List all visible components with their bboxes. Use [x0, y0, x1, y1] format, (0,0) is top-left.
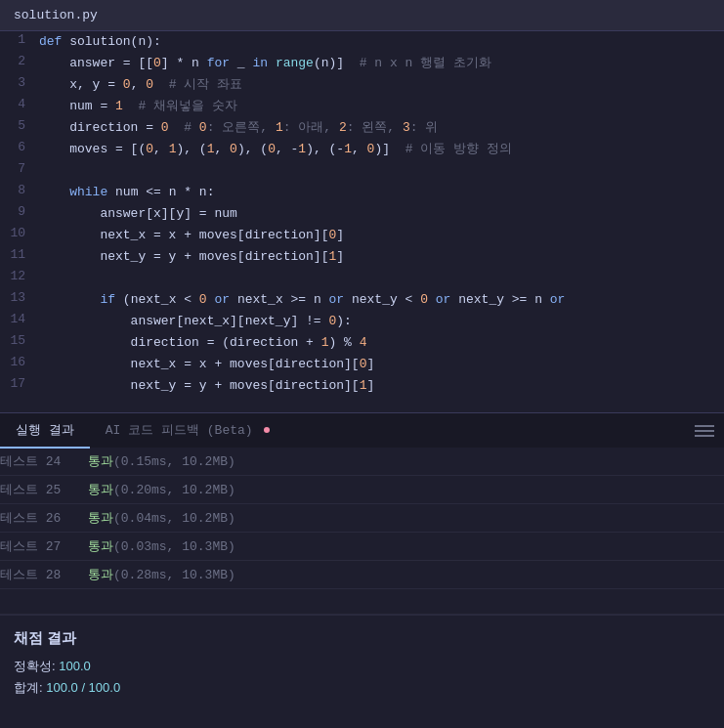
result-row: 테스트 28통과 (0.28ms, 10.3MB) — [0, 561, 724, 589]
line-number: 16 — [0, 354, 39, 369]
result-row: 테스트 24통과 (0.15ms, 10.2MB) — [0, 448, 724, 476]
code-line: 7 — [0, 160, 724, 182]
tab-execution-result[interactable]: 실행 결과 — [0, 413, 90, 449]
line-content: if (next_x < 0 or next_x >= n or next_y … — [39, 289, 724, 311]
line-content: def solution(n): — [39, 31, 724, 53]
tab-ai-feedback[interactable]: AI 코드 피드백 (Beta) — [90, 413, 286, 449]
code-line: 4 num = 1 # 채워넣을 숫자 — [0, 96, 724, 117]
line-number: 4 — [0, 96, 39, 111]
line-number: 10 — [0, 225, 39, 240]
line-number: 2 — [0, 53, 39, 68]
code-editor: 1def solution(n):2 answer = [[0] * n for… — [0, 31, 724, 412]
line-number: 17 — [0, 375, 39, 391]
code-line: 10 next_x = x + moves[direction][0] — [0, 225, 724, 246]
test-status: 통과 — [88, 537, 113, 555]
line-content: answer[x][y] = num — [39, 203, 724, 225]
test-status: 통과 — [88, 509, 113, 527]
test-status: 통과 — [88, 566, 113, 583]
line-content — [39, 160, 724, 182]
code-line: 11 next_y = y + moves[direction][1] — [0, 246, 724, 268]
code-line: 6 moves = [(0, 1), (1, 0), (0, -1), (-1,… — [0, 139, 724, 160]
line-number: 12 — [0, 268, 39, 283]
test-label: 테스트 28 — [0, 566, 88, 583]
line-number: 15 — [0, 332, 39, 348]
test-detail: (0.20ms, 10.2MB) — [113, 483, 235, 497]
line-content: answer[next_x][next_y] != 0): — [39, 311, 724, 332]
test-label: 테스트 26 — [0, 509, 88, 527]
line-content — [39, 268, 724, 289]
test-label: 테스트 24 — [0, 452, 88, 470]
code-line: 9 answer[x][y] = num — [0, 203, 724, 225]
test-detail: (0.03ms, 10.3MB) — [113, 539, 235, 554]
line-number: 3 — [0, 74, 39, 90]
line-content: direction = (direction + 1) % 4 — [39, 332, 724, 354]
code-line: 14 answer[next_x][next_y] != 0): — [0, 311, 724, 332]
line-content: moves = [(0, 1), (1, 0), (0, -1), (-1, 0… — [39, 139, 724, 160]
line-content: answer = [[0] * n for _ in range(n)] # n… — [39, 53, 724, 74]
test-detail: (0.28ms, 10.3MB) — [113, 568, 235, 582]
tab-menu-icon[interactable] — [695, 425, 714, 437]
title-bar: solution.py — [0, 0, 724, 31]
line-number: 11 — [0, 246, 39, 262]
line-content: next_x = x + moves[direction][0] — [39, 354, 724, 375]
tab-dot — [264, 427, 270, 433]
code-line: 1def solution(n): — [0, 31, 724, 53]
line-content: direction = 0 # 0: 오른쪽, 1: 아래, 2: 왼쪽, 3:… — [39, 117, 724, 139]
line-content: while num <= n * n: — [39, 182, 724, 203]
code-line: 15 direction = (direction + 1) % 4 — [0, 332, 724, 354]
results-area[interactable]: 테스트 24통과 (0.15ms, 10.2MB)테스트 25통과 (0.20m… — [0, 448, 724, 614]
test-status: 통과 — [88, 452, 113, 470]
line-content: num = 1 # 채워넣을 숫자 — [39, 96, 724, 117]
test-label: 테스트 25 — [0, 481, 88, 498]
line-number: 5 — [0, 117, 39, 133]
accuracy-row: 정확성: 100.0 — [14, 658, 710, 675]
test-label: 테스트 27 — [0, 537, 88, 555]
line-content: x, y = 0, 0 # 시작 좌표 — [39, 74, 724, 96]
test-status: 통과 — [88, 481, 113, 498]
line-number: 13 — [0, 289, 39, 305]
total-row: 합계: 100.0 / 100.0 — [14, 679, 710, 697]
line-content: next_y = y + moves[direction][1] — [39, 375, 724, 397]
result-row: 테스트 27통과 (0.03ms, 10.3MB) — [0, 533, 724, 561]
test-detail: (0.04ms, 10.2MB) — [113, 511, 235, 526]
code-line: 5 direction = 0 # 0: 오른쪽, 1: 아래, 2: 왼쪽, … — [0, 117, 724, 139]
code-line: 8 while num <= n * n: — [0, 182, 724, 203]
line-number: 14 — [0, 311, 39, 326]
code-line: 17 next_y = y + moves[direction][1] — [0, 375, 724, 397]
line-content: next_y = y + moves[direction][1] — [39, 246, 724, 268]
tabs-bar: 실행 결과 AI 코드 피드백 (Beta) — [0, 412, 724, 448]
score-title: 채점 결과 — [14, 629, 710, 648]
test-detail: (0.15ms, 10.2MB) — [113, 454, 235, 469]
score-area: 채점 결과 정확성: 100.0 합계: 100.0 / 100.0 — [0, 615, 724, 714]
line-number: 8 — [0, 182, 39, 197]
filename: solution.py — [14, 8, 98, 22]
code-line: 2 answer = [[0] * n for _ in range(n)] #… — [0, 53, 724, 74]
result-row: 테스트 25통과 (0.20ms, 10.2MB) — [0, 476, 724, 504]
line-number: 1 — [0, 31, 39, 47]
line-number: 6 — [0, 139, 39, 154]
line-content: next_x = x + moves[direction][0] — [39, 225, 724, 246]
code-line: 3 x, y = 0, 0 # 시작 좌표 — [0, 74, 724, 96]
line-number: 9 — [0, 203, 39, 219]
code-line: 12 — [0, 268, 724, 289]
code-line: 13 if (next_x < 0 or next_x >= n or next… — [0, 289, 724, 311]
line-number: 7 — [0, 160, 39, 176]
code-line: 16 next_x = x + moves[direction][0] — [0, 354, 724, 375]
result-row: 테스트 26통과 (0.04ms, 10.2MB) — [0, 504, 724, 533]
